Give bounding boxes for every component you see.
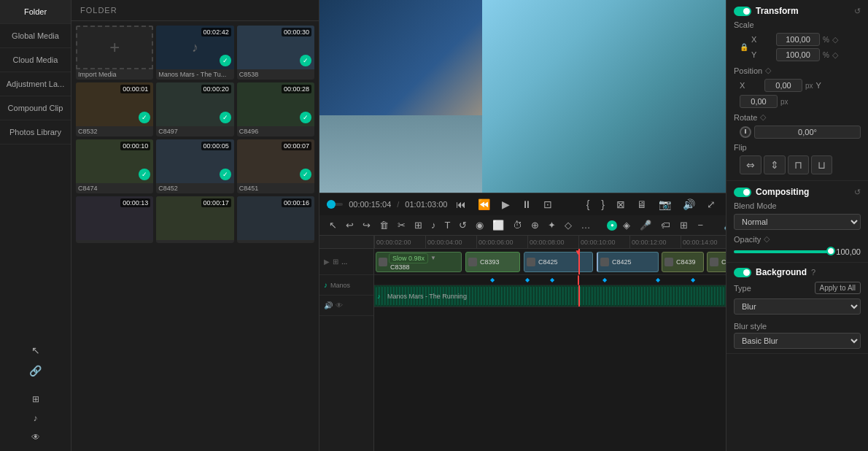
preview-step-back-button[interactable]: ⏪ — [475, 197, 493, 212]
timeline-tool-add[interactable]: ⊕ — [527, 217, 543, 233]
media-item-c8496[interactable]: 00:00:28 C8496 — [237, 82, 314, 136]
media-item-row3b[interactable]: 00:00:17 — [156, 196, 233, 243]
media-item-c8532[interactable]: 00:00:01 C8532 — [76, 82, 153, 136]
preview-mark-in-button[interactable]: { — [584, 197, 593, 212]
timeline-clip-c8388[interactable]: Slow 0.98x ▼ C8388 — [376, 252, 462, 272]
sidebar-item-cloud-media[interactable]: Cloud Media — [0, 48, 71, 72]
preview-mark-out-button[interactable]: } — [598, 197, 608, 212]
sidebar-bottom-3[interactable]: 👁 — [28, 429, 43, 445]
background-help-icon[interactable]: ? — [811, 268, 815, 277]
timeline-tool-delete[interactable]: 🗑 — [376, 217, 392, 233]
timeline-volume-control: 🔊 — [720, 217, 726, 233]
media-item-c8452[interactable]: 00:00:05 C8452 — [156, 139, 233, 193]
timeline-tool-speed[interactable]: ⏱ — [509, 217, 526, 233]
background-toggle[interactable] — [734, 268, 751, 277]
media-item-c8538[interactable]: 00:00:30 C8538 — [237, 26, 314, 80]
preview-go-start-button[interactable]: ⏮ — [453, 197, 469, 212]
blend-mode-select[interactable]: Normal Multiply Screen Overlay — [734, 214, 861, 230]
timeline-ruler[interactable]: 00:00:02:00 00:00:04:00 00:00:06:00 00:0… — [374, 236, 726, 249]
preview-fullscreen-button[interactable]: ⊡ — [540, 197, 555, 212]
timeline-clip-c8425a[interactable]: C8425 — [524, 252, 593, 272]
track-expand-btn[interactable]: ▶ — [324, 258, 330, 266]
sidebar-item-global-media[interactable]: Global Media — [0, 24, 71, 48]
media-item-name: C8452 — [156, 183, 233, 193]
flip-horizontal-button[interactable]: ⇔ — [740, 155, 762, 174]
preview-progress-handle[interactable] — [327, 200, 336, 209]
preview-snapshot-button[interactable]: 📷 — [656, 197, 674, 212]
timeline-clip-c8425b[interactable]: C8425 — [597, 252, 659, 272]
timeline-tool-rect[interactable]: ⬜ — [489, 217, 508, 233]
timeline-grid-btn[interactable]: ⊞ — [676, 217, 691, 233]
sidebar-bottom-1[interactable]: ⊞ — [29, 391, 42, 407]
preview-split-button[interactable]: ⊠ — [613, 197, 628, 212]
media-item-c8497[interactable]: 00:00:20 C8497 — [156, 82, 233, 136]
timeline-tool-text[interactable]: T — [441, 217, 454, 233]
rotate-knob[interactable] — [740, 126, 751, 138]
sidebar-item-photos-library[interactable]: Photos Library — [0, 120, 71, 144]
scale-x-reset[interactable]: ◇ — [832, 35, 838, 45]
timeline-tool-rotate[interactable]: ↺ — [455, 217, 470, 233]
compositing-toggle[interactable] — [734, 188, 751, 197]
keyframe-diamond: ◆ — [656, 277, 660, 283]
position-reset[interactable]: ◇ — [765, 66, 771, 75]
flip-corner2-button[interactable]: ⊔ — [811, 155, 832, 174]
preview-pause-button[interactable]: ⏸ — [519, 197, 535, 212]
timeline-clip-c8439a[interactable]: C8439 — [662, 252, 704, 272]
timeline-tool-effect[interactable]: ✦ — [544, 217, 559, 233]
sidebar-item-folder[interactable]: Folder — [0, 0, 71, 24]
rotate-reset[interactable]: ◇ — [760, 112, 766, 122]
blur-style-select[interactable]: Basic Blur Gaussian Blur — [734, 333, 861, 349]
preview-expand-button[interactable]: ⤢ — [704, 197, 718, 212]
timeline-tool-split[interactable]: ⊞ — [411, 217, 426, 233]
sidebar-item-adjustment[interactable]: Adjustment La... — [0, 72, 71, 96]
apply-to-all-button[interactable]: Apply to All — [815, 282, 861, 294]
opacity-reset[interactable]: ◇ — [764, 234, 770, 244]
scale-y-input[interactable] — [776, 48, 820, 61]
opacity-slider-handle[interactable] — [826, 247, 835, 255]
sidebar-bottom-2[interactable]: ♪ — [31, 410, 41, 426]
timeline-clip-c8393[interactable]: C8393 — [465, 252, 520, 272]
scale-x-input[interactable] — [776, 33, 820, 46]
timeline-tool-redo[interactable]: ↪ — [359, 217, 374, 233]
keyframe-row: ◆ ◆ ◆ ◆ ◆ ◆ — [374, 275, 726, 285]
timeline-tool-transition[interactable]: ◇ — [561, 217, 576, 233]
media-item-row3a[interactable]: 00:00:13 — [76, 196, 153, 243]
media-item-c8451[interactable]: 00:00:07 C8451 — [237, 139, 314, 193]
media-item-c8474[interactable]: 00:00:10 C8474 — [76, 139, 153, 193]
timeline-tool-undo[interactable]: ↩ — [342, 217, 357, 233]
timeline-minus-btn[interactable]: − — [694, 217, 707, 233]
timeline-tool-cut[interactable]: ✂ — [394, 217, 409, 233]
timeline-volume-icon[interactable]: 🔊 — [720, 217, 726, 233]
timeline-tool-circle[interactable]: ◉ — [472, 217, 487, 233]
flip-vertical-button[interactable]: ⇕ — [764, 155, 786, 174]
ruler-mark: 00:00:10:00 — [578, 236, 629, 248]
transform-toggle[interactable] — [734, 7, 751, 16]
lock-icon[interactable]: 🔒 — [740, 43, 748, 51]
sidebar-item-compound-clip[interactable]: Compound Clip — [0, 96, 71, 120]
flip-corner1-button[interactable]: ⊓ — [788, 155, 809, 174]
timeline-tool-more[interactable]: … — [577, 217, 594, 233]
opacity-slider[interactable] — [734, 250, 831, 253]
transform-reset-icon[interactable]: ↺ — [854, 7, 861, 16]
preview-monitor-button[interactable]: 🖥 — [634, 197, 650, 212]
timeline-tool-audio[interactable]: ♪ — [427, 217, 440, 233]
rotate-input[interactable] — [754, 126, 861, 139]
timeline-keyframe-btn[interactable]: ◈ — [619, 217, 634, 233]
sidebar-tool-arrow[interactable]: ↖ — [28, 342, 43, 359]
preview-volume-button[interactable]: 🔊 — [680, 197, 698, 212]
preview-progress-bar[interactable] — [327, 203, 343, 206]
timeline-clip-c8439b[interactable]: C8439 — [707, 252, 726, 272]
sidebar-tool-link[interactable]: 🔗 — [26, 362, 44, 379]
compositing-reset-icon[interactable]: ↺ — [854, 188, 861, 197]
timeline-mic-btn[interactable]: 🎤 — [636, 217, 655, 233]
import-media-button[interactable]: + Import Media — [76, 26, 153, 80]
position-x-input[interactable] — [764, 79, 802, 92]
media-item-row3c[interactable]: 00:00:16 — [237, 196, 314, 243]
scale-y-reset[interactable]: ◇ — [832, 50, 838, 60]
background-blur-select[interactable]: Blur Color None — [734, 298, 861, 315]
position-y-input[interactable] — [740, 95, 778, 108]
media-item-manos[interactable]: ♪ 00:02:42 Manos Mars - The Tu... — [156, 26, 233, 80]
timeline-tag-btn[interactable]: 🏷 — [657, 217, 674, 233]
preview-play-button[interactable]: ▶ — [499, 197, 513, 212]
timeline-tool-select[interactable]: ↖ — [325, 217, 341, 233]
